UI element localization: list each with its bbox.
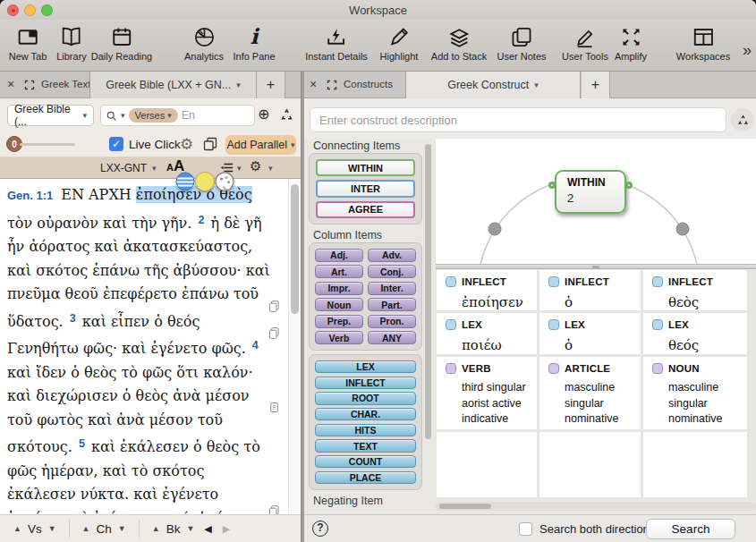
chapter-up-icon[interactable]: ▲ <box>82 524 90 533</box>
help-icon[interactable]: ? <box>312 521 328 537</box>
chevron-down-icon[interactable]: ▾ <box>268 164 273 173</box>
column-item-inter[interactable]: Inter. <box>368 282 416 295</box>
construct-cell[interactable]: INFLECTἐποίησεν <box>437 270 537 310</box>
toolbar-button-workspaces[interactable]: Workspaces <box>676 24 730 62</box>
search-both-directions-checkbox[interactable] <box>519 522 532 536</box>
duplicate-pane-icon[interactable] <box>202 136 218 156</box>
gear-icon[interactable]: ⚙ <box>180 135 193 154</box>
new-tab-button[interactable]: + <box>582 72 610 98</box>
add-parallel-button[interactable]: Add Parallel ▾ <box>225 135 296 155</box>
toolbar-button-instant-details[interactable]: Instant Details <box>305 24 368 62</box>
toolbar-button-user-notes[interactable]: User Notes <box>497 24 546 62</box>
module-selector[interactable]: LXX-GNT ▾ <box>100 162 157 174</box>
column-item-art[interactable]: Art. <box>315 265 363 278</box>
chapter-down-icon[interactable]: ▼ <box>118 524 126 533</box>
within-node-value[interactable]: 2 <box>567 191 624 205</box>
element-item-place[interactable]: PLACE <box>315 471 416 484</box>
connecting-item-inter[interactable]: INTER <box>316 180 415 197</box>
book-up-icon[interactable]: ▲ <box>152 524 160 533</box>
construct-cell[interactable] <box>437 432 537 497</box>
toolbar-button-amplify[interactable]: Amplify <box>615 24 647 62</box>
copy-verse-icon[interactable] <box>268 326 281 343</box>
toolbar-button-analytics[interactable]: Analytics <box>184 24 224 62</box>
toolbar-overflow-icon[interactable]: » <box>743 41 752 60</box>
verse-down-icon[interactable]: ▼ <box>48 524 56 533</box>
text-scrollbar[interactable] <box>288 179 301 514</box>
toolbar-button-new-tab[interactable]: New Tab <box>9 24 47 62</box>
search-button[interactable]: Search <box>646 519 735 539</box>
connecting-item-within[interactable]: WITHIN <box>316 159 415 176</box>
add-search-icon[interactable]: ⊕ <box>258 107 269 122</box>
sidebar-scrollbar-thumb[interactable] <box>425 144 431 439</box>
chevron-down-icon[interactable]: ▾ <box>236 80 241 89</box>
book-down-icon[interactable]: ▼ <box>186 524 194 533</box>
column-anchor-dot[interactable] <box>488 223 501 235</box>
search-field[interactable]: ▾ Verses▾ En <box>100 105 255 126</box>
construct-cell[interactable]: ARTICLEmasculine singular nominative <box>539 357 641 429</box>
live-click-checkbox[interactable]: ✓ <box>109 137 123 151</box>
element-item-root[interactable]: ROOT <box>315 392 416 404</box>
text-slider-track[interactable] <box>20 143 75 146</box>
construct-cell[interactable] <box>539 432 641 497</box>
chevron-down-icon[interactable]: ▾ <box>121 111 125 120</box>
element-item-inflect[interactable]: INFLECT <box>315 377 416 389</box>
within-node[interactable]: WITHIN 2 <box>555 170 626 214</box>
construct-canvas[interactable]: WITHIN 2 <box>436 139 756 264</box>
tab-greek-bible[interactable]: Greek Bible (LXX + GN... ▾ <box>89 72 257 98</box>
column-item-impr[interactable]: Impr. <box>315 282 363 295</box>
bible-text-area[interactable]: Gen. 1:1ΕΝ ΑΡΧΗ ἐποίησεν ὁ θεὸς τὸν οὐρα… <box>0 179 301 514</box>
connecting-item-agree[interactable]: AGREE <box>316 201 415 218</box>
column-item-verb[interactable]: Verb <box>315 331 363 344</box>
construct-cell[interactable]: LEXθεός <box>643 313 747 354</box>
gear-icon[interactable]: ⚙ <box>250 158 261 174</box>
element-item-hits[interactable]: HITS <box>315 424 416 436</box>
tab-greek-construct[interactable]: Greek Construct ▾ <box>405 72 581 98</box>
construct-cell[interactable]: LEXὁ <box>539 313 641 354</box>
copy-verse-icon[interactable] <box>268 401 281 418</box>
search-input[interactable]: En <box>182 109 195 122</box>
toolbar-button-user-tools[interactable]: User Tools <box>562 24 608 62</box>
element-item-text[interactable]: TEXT <box>315 439 416 452</box>
column-item-any[interactable]: ANY <box>368 331 416 344</box>
element-item-char[interactable]: CHAR. <box>315 408 416 420</box>
column-item-adj[interactable]: Adj. <box>315 249 363 262</box>
copy-verse-icon[interactable] <box>268 300 281 317</box>
construct-cell[interactable]: VERBthird singular aorist active indicat… <box>437 357 537 429</box>
column-item-noun[interactable]: Noun <box>315 298 363 311</box>
element-item-lex[interactable]: LEX <box>315 360 416 373</box>
refresh-icon[interactable] <box>731 108 754 131</box>
column-item-part[interactable]: Part. <box>368 298 416 311</box>
toolbar-button-highlight[interactable]: Highlight <box>380 24 419 62</box>
construct-cell[interactable]: INFLECTὁ <box>539 270 641 310</box>
construct-cell[interactable]: INFLECTθεὸς <box>643 270 747 310</box>
column-item-prep[interactable]: Prep. <box>315 315 363 328</box>
chevron-down-icon[interactable]: ▾ <box>534 80 539 89</box>
palette-icon[interactable] <box>215 172 234 191</box>
toolbar-button-library[interactable]: Library <box>56 24 87 62</box>
verse-up-icon[interactable]: ▲ <box>13 524 21 533</box>
globe-icon[interactable] <box>175 172 195 191</box>
close-icon[interactable]: × <box>7 78 14 90</box>
grid-hscrollbar[interactable] <box>436 502 756 511</box>
expand-icon[interactable] <box>24 80 35 90</box>
construct-cell[interactable]: LEXποιέω <box>437 313 537 354</box>
node-connector-icon[interactable] <box>625 182 633 189</box>
column-item-adv[interactable]: Adv. <box>368 249 416 262</box>
grid-hscrollbar-thumb[interactable] <box>439 504 491 509</box>
new-tab-button[interactable]: + <box>257 72 285 98</box>
construct-description-input[interactable] <box>310 107 726 132</box>
toolbar-button-add-to-stack[interactable]: Add to Stack <box>431 24 487 62</box>
history-back-icon[interactable]: ◀ <box>204 523 211 535</box>
highlight-color-icon[interactable] <box>195 172 215 191</box>
refresh-icon[interactable] <box>279 107 294 126</box>
construct-cell[interactable]: NOUNmasculine singular nominative <box>643 357 747 429</box>
history-forward-icon[interactable]: ▶ <box>223 523 230 535</box>
search-scope-pill[interactable]: Verses▾ <box>129 108 178 123</box>
expand-icon[interactable] <box>327 80 337 90</box>
node-connector-icon[interactable] <box>548 182 556 189</box>
element-item-count[interactable]: COUNT <box>315 455 416 468</box>
toolbar-button-info-pane[interactable]: iInfo Pane <box>233 24 275 62</box>
column-anchor-dot[interactable] <box>676 223 689 235</box>
construct-cell[interactable] <box>643 432 747 497</box>
text-scrollbar-thumb[interactable] <box>291 184 299 314</box>
